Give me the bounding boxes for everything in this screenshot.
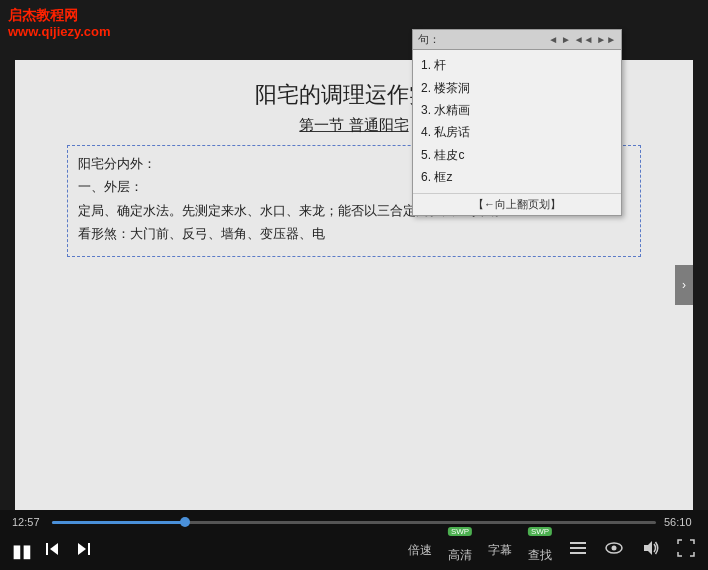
- quality-label: 高清: [448, 547, 472, 564]
- watermark: 启杰教程网 www.qijiezy.com: [8, 6, 111, 39]
- dropdown-item-3[interactable]: 3. 水精画: [421, 99, 613, 121]
- svg-marker-1: [50, 543, 58, 555]
- progress-row: 12:57 56:10: [12, 516, 696, 528]
- video-area: 阳宅的调理运作实例 第一节 普通阳宅 阳宅分内外： 一、外层： 定局、确定水法。…: [15, 60, 693, 510]
- subtitle-button[interactable]: 字幕: [488, 542, 512, 559]
- svg-rect-2: [88, 543, 90, 555]
- play-pause-button[interactable]: ▮▮: [12, 542, 32, 560]
- dropdown-popup[interactable]: 句： ◄ ► ◄◄ ►► 1. 杆 2. 楼茶洞 3. 水精画 4. 私房话 5…: [412, 29, 622, 215]
- search-swp-badge: SWP: [528, 527, 552, 536]
- progress-bar[interactable]: [52, 521, 656, 524]
- controls-bar: 12:57 56:10 ▮▮ 倍速: [0, 510, 708, 570]
- quality-swp-badge: SWP: [448, 527, 472, 536]
- svg-rect-4: [570, 542, 586, 544]
- dropdown-footer: 【←向上翻页划】: [413, 193, 621, 215]
- fullscreen-button[interactable]: [676, 538, 696, 563]
- search-button[interactable]: SWP 查找: [528, 537, 552, 564]
- progress-thumb: [180, 517, 190, 527]
- dropdown-controls[interactable]: ◄ ► ◄◄ ►►: [548, 34, 616, 45]
- svg-marker-3: [78, 543, 86, 555]
- dropdown-item-6[interactable]: 6. 框z: [421, 166, 613, 188]
- watermark-line1: 启杰教程网: [8, 6, 111, 24]
- volume-button[interactable]: [640, 538, 660, 563]
- dropdown-list: 1. 杆 2. 楼茶洞 3. 水精画 4. 私房话 5. 桂皮c 6. 框z: [413, 50, 621, 192]
- slide-content-box: 阳宅分内外： 一、外层： 定局、确定水法。先测定来水、水口、来龙；能否以三合定局…: [67, 145, 641, 257]
- left-controls: ▮▮: [12, 540, 92, 561]
- dropdown-item-5[interactable]: 5. 桂皮c: [421, 144, 613, 166]
- eye-button[interactable]: [604, 538, 624, 563]
- dropdown-header-label: 句：: [418, 32, 440, 47]
- right-controls: 倍速 SWP 高清 字幕 SWP 查找: [408, 537, 696, 564]
- svg-rect-0: [46, 543, 48, 555]
- search-label: 查找: [528, 547, 552, 564]
- svg-rect-5: [570, 547, 586, 549]
- buttons-row: ▮▮ 倍速 SWP 高清 字: [12, 537, 696, 564]
- dropdown-item-4[interactable]: 4. 私房话: [421, 121, 613, 143]
- list-button[interactable]: [568, 538, 588, 563]
- speed-button[interactable]: 倍速: [408, 542, 432, 559]
- subtitle-label: 字幕: [488, 542, 512, 559]
- svg-point-8: [612, 546, 617, 551]
- quality-button[interactable]: SWP 高清: [448, 537, 472, 564]
- next-slide-arrow[interactable]: ›: [675, 265, 693, 305]
- current-time: 12:57: [12, 516, 44, 528]
- speed-label: 倍速: [408, 542, 432, 559]
- watermark-line2: www.qijiezy.com: [8, 24, 111, 39]
- slide-subtitle: 第一节 普通阳宅: [299, 116, 408, 135]
- dropdown-header: 句： ◄ ► ◄◄ ►►: [413, 30, 621, 50]
- slide-text-line4: 看形煞：大门前、反弓、墙角、变压器、电: [78, 222, 630, 245]
- dropdown-item-2[interactable]: 2. 楼茶洞: [421, 77, 613, 99]
- dropdown-item-1[interactable]: 1. 杆: [421, 54, 613, 76]
- prev-button[interactable]: [44, 540, 62, 561]
- next-button[interactable]: [74, 540, 92, 561]
- svg-rect-6: [570, 552, 586, 554]
- total-time: 56:10: [664, 516, 696, 528]
- progress-fill: [52, 521, 185, 524]
- svg-marker-9: [644, 541, 652, 555]
